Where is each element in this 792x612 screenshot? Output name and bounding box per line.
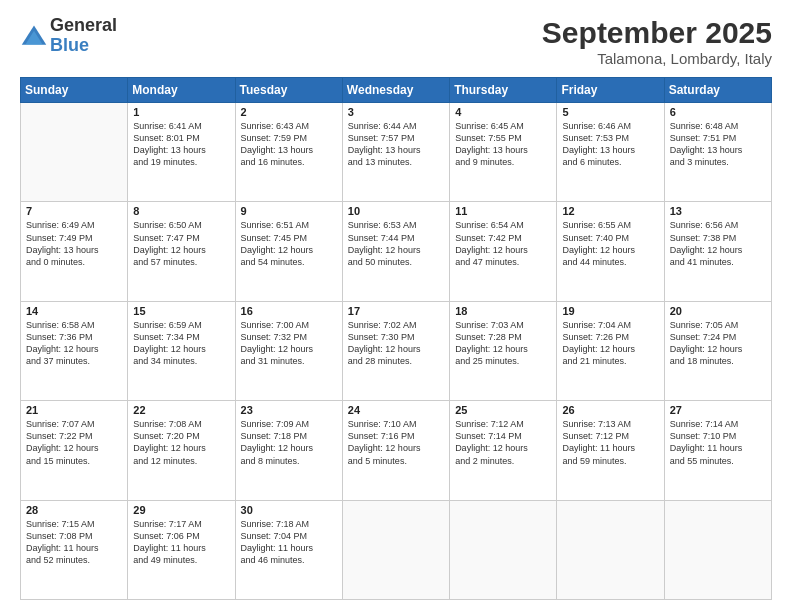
table-row: 4Sunrise: 6:45 AM Sunset: 7:55 PM Daylig…	[450, 103, 557, 202]
calendar-header-row: Sunday Monday Tuesday Wednesday Thursday…	[21, 78, 772, 103]
table-row: 15Sunrise: 6:59 AM Sunset: 7:34 PM Dayli…	[128, 301, 235, 400]
day-info: Sunrise: 6:59 AM Sunset: 7:34 PM Dayligh…	[133, 319, 229, 368]
logo: General Blue	[20, 16, 117, 56]
day-info: Sunrise: 7:02 AM Sunset: 7:30 PM Dayligh…	[348, 319, 444, 368]
page: General Blue September 2025 Talamona, Lo…	[0, 0, 792, 612]
table-row: 12Sunrise: 6:55 AM Sunset: 7:40 PM Dayli…	[557, 202, 664, 301]
logo-icon	[20, 22, 48, 50]
day-number: 26	[562, 404, 658, 416]
day-number: 4	[455, 106, 551, 118]
day-number: 15	[133, 305, 229, 317]
col-sunday: Sunday	[21, 78, 128, 103]
day-info: Sunrise: 6:43 AM Sunset: 7:59 PM Dayligh…	[241, 120, 337, 169]
table-row: 9Sunrise: 6:51 AM Sunset: 7:45 PM Daylig…	[235, 202, 342, 301]
calendar-week-row: 7Sunrise: 6:49 AM Sunset: 7:49 PM Daylig…	[21, 202, 772, 301]
day-info: Sunrise: 7:05 AM Sunset: 7:24 PM Dayligh…	[670, 319, 766, 368]
table-row: 25Sunrise: 7:12 AM Sunset: 7:14 PM Dayli…	[450, 401, 557, 500]
logo-general-text: General	[50, 16, 117, 36]
logo-blue-text: Blue	[50, 36, 117, 56]
calendar-week-row: 28Sunrise: 7:15 AM Sunset: 7:08 PM Dayli…	[21, 500, 772, 599]
table-row: 1Sunrise: 6:41 AM Sunset: 8:01 PM Daylig…	[128, 103, 235, 202]
table-row: 6Sunrise: 6:48 AM Sunset: 7:51 PM Daylig…	[664, 103, 771, 202]
day-info: Sunrise: 6:41 AM Sunset: 8:01 PM Dayligh…	[133, 120, 229, 169]
day-info: Sunrise: 6:54 AM Sunset: 7:42 PM Dayligh…	[455, 219, 551, 268]
day-info: Sunrise: 6:49 AM Sunset: 7:49 PM Dayligh…	[26, 219, 122, 268]
day-info: Sunrise: 7:13 AM Sunset: 7:12 PM Dayligh…	[562, 418, 658, 467]
day-info: Sunrise: 7:14 AM Sunset: 7:10 PM Dayligh…	[670, 418, 766, 467]
day-info: Sunrise: 6:58 AM Sunset: 7:36 PM Dayligh…	[26, 319, 122, 368]
day-number: 12	[562, 205, 658, 217]
table-row: 13Sunrise: 6:56 AM Sunset: 7:38 PM Dayli…	[664, 202, 771, 301]
table-row: 30Sunrise: 7:18 AM Sunset: 7:04 PM Dayli…	[235, 500, 342, 599]
day-number: 21	[26, 404, 122, 416]
table-row	[21, 103, 128, 202]
day-number: 13	[670, 205, 766, 217]
day-number: 28	[26, 504, 122, 516]
day-number: 11	[455, 205, 551, 217]
day-info: Sunrise: 7:15 AM Sunset: 7:08 PM Dayligh…	[26, 518, 122, 567]
day-info: Sunrise: 7:09 AM Sunset: 7:18 PM Dayligh…	[241, 418, 337, 467]
col-saturday: Saturday	[664, 78, 771, 103]
table-row: 29Sunrise: 7:17 AM Sunset: 7:06 PM Dayli…	[128, 500, 235, 599]
calendar-week-row: 14Sunrise: 6:58 AM Sunset: 7:36 PM Dayli…	[21, 301, 772, 400]
day-number: 14	[26, 305, 122, 317]
day-number: 24	[348, 404, 444, 416]
day-number: 2	[241, 106, 337, 118]
day-info: Sunrise: 6:46 AM Sunset: 7:53 PM Dayligh…	[562, 120, 658, 169]
table-row: 3Sunrise: 6:44 AM Sunset: 7:57 PM Daylig…	[342, 103, 449, 202]
table-row: 11Sunrise: 6:54 AM Sunset: 7:42 PM Dayli…	[450, 202, 557, 301]
calendar-table: Sunday Monday Tuesday Wednesday Thursday…	[20, 77, 772, 600]
day-info: Sunrise: 6:50 AM Sunset: 7:47 PM Dayligh…	[133, 219, 229, 268]
table-row: 24Sunrise: 7:10 AM Sunset: 7:16 PM Dayli…	[342, 401, 449, 500]
day-info: Sunrise: 7:12 AM Sunset: 7:14 PM Dayligh…	[455, 418, 551, 467]
table-row	[342, 500, 449, 599]
table-row: 18Sunrise: 7:03 AM Sunset: 7:28 PM Dayli…	[450, 301, 557, 400]
header: General Blue September 2025 Talamona, Lo…	[20, 16, 772, 67]
day-number: 3	[348, 106, 444, 118]
day-info: Sunrise: 7:00 AM Sunset: 7:32 PM Dayligh…	[241, 319, 337, 368]
day-info: Sunrise: 7:10 AM Sunset: 7:16 PM Dayligh…	[348, 418, 444, 467]
col-wednesday: Wednesday	[342, 78, 449, 103]
day-number: 27	[670, 404, 766, 416]
day-info: Sunrise: 6:53 AM Sunset: 7:44 PM Dayligh…	[348, 219, 444, 268]
table-row: 2Sunrise: 6:43 AM Sunset: 7:59 PM Daylig…	[235, 103, 342, 202]
table-row: 23Sunrise: 7:09 AM Sunset: 7:18 PM Dayli…	[235, 401, 342, 500]
day-number: 17	[348, 305, 444, 317]
table-row: 8Sunrise: 6:50 AM Sunset: 7:47 PM Daylig…	[128, 202, 235, 301]
day-info: Sunrise: 6:51 AM Sunset: 7:45 PM Dayligh…	[241, 219, 337, 268]
day-number: 25	[455, 404, 551, 416]
day-number: 29	[133, 504, 229, 516]
table-row: 10Sunrise: 6:53 AM Sunset: 7:44 PM Dayli…	[342, 202, 449, 301]
day-number: 7	[26, 205, 122, 217]
day-number: 23	[241, 404, 337, 416]
day-info: Sunrise: 7:03 AM Sunset: 7:28 PM Dayligh…	[455, 319, 551, 368]
day-number: 1	[133, 106, 229, 118]
day-info: Sunrise: 6:56 AM Sunset: 7:38 PM Dayligh…	[670, 219, 766, 268]
table-row: 22Sunrise: 7:08 AM Sunset: 7:20 PM Dayli…	[128, 401, 235, 500]
table-row: 19Sunrise: 7:04 AM Sunset: 7:26 PM Dayli…	[557, 301, 664, 400]
col-thursday: Thursday	[450, 78, 557, 103]
table-row: 20Sunrise: 7:05 AM Sunset: 7:24 PM Dayli…	[664, 301, 771, 400]
table-row	[664, 500, 771, 599]
day-number: 9	[241, 205, 337, 217]
subtitle: Talamona, Lombardy, Italy	[542, 50, 772, 67]
calendar-week-row: 1Sunrise: 6:41 AM Sunset: 8:01 PM Daylig…	[21, 103, 772, 202]
table-row: 17Sunrise: 7:02 AM Sunset: 7:30 PM Dayli…	[342, 301, 449, 400]
calendar-week-row: 21Sunrise: 7:07 AM Sunset: 7:22 PM Dayli…	[21, 401, 772, 500]
day-info: Sunrise: 6:45 AM Sunset: 7:55 PM Dayligh…	[455, 120, 551, 169]
day-info: Sunrise: 7:07 AM Sunset: 7:22 PM Dayligh…	[26, 418, 122, 467]
day-number: 22	[133, 404, 229, 416]
table-row: 27Sunrise: 7:14 AM Sunset: 7:10 PM Dayli…	[664, 401, 771, 500]
table-row: 16Sunrise: 7:00 AM Sunset: 7:32 PM Dayli…	[235, 301, 342, 400]
table-row: 14Sunrise: 6:58 AM Sunset: 7:36 PM Dayli…	[21, 301, 128, 400]
day-info: Sunrise: 7:17 AM Sunset: 7:06 PM Dayligh…	[133, 518, 229, 567]
day-info: Sunrise: 7:18 AM Sunset: 7:04 PM Dayligh…	[241, 518, 337, 567]
col-monday: Monday	[128, 78, 235, 103]
day-number: 5	[562, 106, 658, 118]
day-info: Sunrise: 7:04 AM Sunset: 7:26 PM Dayligh…	[562, 319, 658, 368]
table-row: 7Sunrise: 6:49 AM Sunset: 7:49 PM Daylig…	[21, 202, 128, 301]
table-row: 28Sunrise: 7:15 AM Sunset: 7:08 PM Dayli…	[21, 500, 128, 599]
day-info: Sunrise: 6:48 AM Sunset: 7:51 PM Dayligh…	[670, 120, 766, 169]
title-block: September 2025 Talamona, Lombardy, Italy	[542, 16, 772, 67]
table-row	[450, 500, 557, 599]
